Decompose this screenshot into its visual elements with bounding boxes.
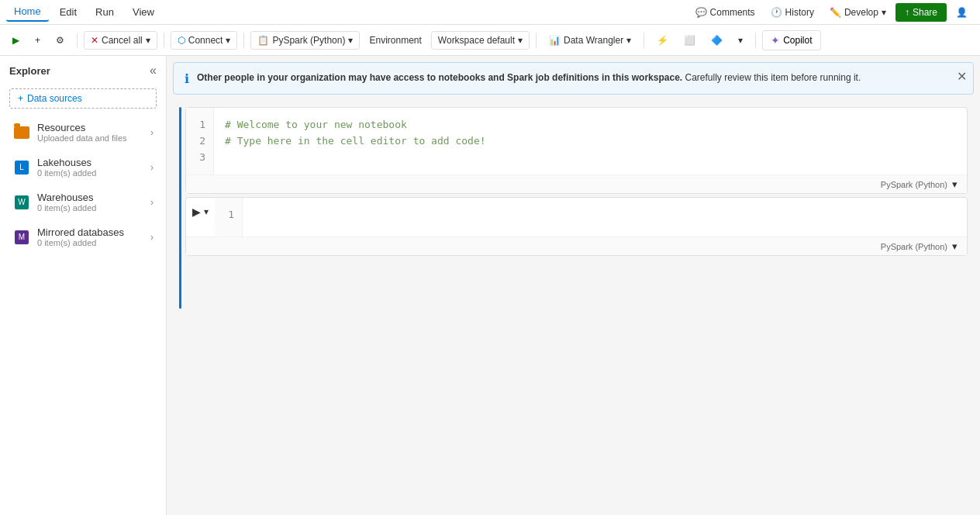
warehouse-icon: W	[12, 193, 31, 212]
sidebar-item-lakehouses[interactable]: L Lakehouses 0 item(s) added ›	[3, 150, 163, 184]
mirrored-icon: M	[12, 228, 31, 247]
data-wrangler-button[interactable]: 📊 Data Wrangler ▾	[543, 32, 637, 49]
code-line-3	[225, 150, 956, 166]
explorer-title: Explorer	[9, 65, 50, 77]
info-text: Other people in your organization may ha…	[197, 71, 962, 85]
menu-run[interactable]: Run	[88, 3, 122, 21]
chevron-down-icon: ▾	[882, 7, 886, 18]
code-line-2: # Type here in the cell editor to add co…	[225, 133, 956, 150]
sidebar-item-resources[interactable]: Resources Uploaded data and files ›	[3, 116, 163, 149]
folder-icon	[12, 123, 31, 142]
develop-button[interactable]: ✏️ Develop ▾	[823, 4, 892, 21]
chevron-right-icon: ›	[150, 197, 154, 208]
warehouses-sublabel: 0 item(s) added	[37, 203, 150, 213]
lakehouse-icon: L	[12, 158, 31, 177]
notebook-area: 1 2 3 # Welcome to your new notebook # T…	[167, 101, 980, 515]
separator-3	[243, 33, 244, 48]
main-layout: Explorer « + Data sources Resources Uplo…	[0, 56, 980, 515]
resources-sublabel: Uploaded data and files	[37, 133, 150, 143]
separator-1	[77, 33, 78, 48]
toolbar: ▶ + ⚙ ✕ Cancel all ▾ ⬡ Connect ▾ 📋 PySpa…	[0, 25, 980, 56]
code-cell-2[interactable]: ▶ ▾ 1 PySpark (Python) ▾	[185, 197, 968, 256]
sidebar-item-warehouses[interactable]: W Warehouses 0 item(s) added ›	[3, 185, 163, 219]
copilot-button[interactable]: ✦ Copilot	[762, 30, 820, 50]
cancel-all-button[interactable]: ✕ Cancel all ▾	[84, 31, 157, 50]
cancel-icon: ✕	[91, 35, 98, 46]
cell-empty-content-2: ▶ ▾ 1	[186, 198, 967, 237]
cell-controls-2: ▶ ▾	[186, 198, 215, 226]
mirrored-sublabel: 0 item(s) added	[37, 238, 150, 247]
sidebar-item-mirrored[interactable]: M Mirrored databases 0 item(s) added ›	[3, 220, 163, 254]
chevron-down-icon: ▾	[738, 35, 743, 46]
info-icon: ℹ	[185, 71, 189, 86]
copilot-icon: ✦	[771, 34, 780, 47]
mirrored-label: Mirrored databases	[37, 226, 150, 238]
lakehouses-label: Lakehouses	[37, 157, 150, 168]
share-button[interactable]: ↑ Share	[895, 3, 947, 22]
chevron-down-icon: ▾	[518, 35, 523, 46]
run-button[interactable]: ▶	[6, 32, 26, 49]
plus-icon: +	[18, 93, 23, 104]
connect-button[interactable]: ⬡ Connect ▾	[171, 31, 238, 50]
data-wrangler-icon: 📊	[549, 35, 561, 46]
line-numbers-1: 1 2 3	[186, 108, 214, 175]
separator-4	[536, 33, 537, 48]
separator-5	[644, 33, 644, 48]
code-line-1: # Welcome to your new notebook	[225, 117, 956, 133]
chevron-down-icon: ▾	[626, 35, 631, 46]
chevron-right-icon: ›	[150, 162, 154, 173]
chevron-right-icon: ›	[150, 127, 154, 138]
cell-footer-2: PySpark (Python) ▾	[186, 237, 967, 255]
chevron-down-icon: ▾	[226, 35, 230, 46]
cell-code-1[interactable]: # Welcome to your new notebook # Type he…	[214, 108, 967, 175]
workspace-dropdown[interactable]: Workspace default ▾	[431, 31, 530, 50]
menu-bar: Home Edit Run View 💬 Comments 🕐 History …	[0, 0, 980, 25]
sidebar-header: Explorer «	[0, 56, 166, 85]
lakehouses-sublabel: 0 item(s) added	[37, 168, 150, 178]
code-cell-1[interactable]: 1 2 3 # Welcome to your new notebook # T…	[185, 107, 968, 194]
separator-6	[755, 33, 756, 48]
info-regular-text: Carefully review this item before runnin…	[685, 72, 861, 83]
toolbar-btn-3[interactable]: 🔷	[705, 32, 729, 49]
cell-lang-2: PySpark (Python)	[881, 242, 947, 251]
chevron-down-icon[interactable]: ▾	[952, 240, 958, 252]
toolbar-btn-1[interactable]: ⚡	[650, 32, 675, 49]
separator-2	[164, 33, 164, 48]
add-icon: +	[35, 35, 40, 46]
expand-cell-button[interactable]: ▾	[204, 206, 209, 217]
cell-lang-1: PySpark (Python)	[881, 180, 947, 189]
add-datasource-button[interactable]: + Data sources	[9, 88, 157, 109]
info-banner: ℹ Other people in your organization may …	[173, 62, 974, 95]
content-area: ℹ Other people in your organization may …	[167, 56, 980, 515]
chevron-down-icon: ▾	[348, 35, 353, 46]
develop-icon: ✏️	[830, 7, 841, 18]
info-close-button[interactable]: ✕	[957, 69, 967, 84]
toolbar-more-button[interactable]: ▾	[732, 32, 749, 49]
info-bold-text: Other people in your organization may ha…	[197, 72, 682, 83]
spark-icon: 📋	[257, 35, 269, 46]
run-icon: ▶	[12, 35, 19, 46]
gear-icon: ⚙	[56, 35, 64, 46]
menu-edit[interactable]: Edit	[52, 3, 85, 21]
sidebar-collapse-button[interactable]: «	[150, 64, 157, 78]
run-cell-button[interactable]: ▶	[192, 206, 201, 218]
environment-button[interactable]: Environment	[363, 32, 427, 49]
comment-icon: 💬	[695, 7, 707, 18]
chevron-right-icon: ›	[150, 232, 154, 243]
connect-icon: ⬡	[178, 35, 185, 46]
menu-home[interactable]: Home	[6, 2, 49, 22]
chevron-down-icon[interactable]: ▾	[952, 178, 958, 190]
history-button[interactable]: 🕐 History	[764, 4, 820, 21]
toolbar-btn-2[interactable]: ⬜	[678, 32, 702, 49]
cell-code-2[interactable]	[243, 198, 967, 237]
sidebar: Explorer « + Data sources Resources Uplo…	[0, 56, 167, 515]
chevron-down-icon: ▾	[146, 35, 150, 46]
user-icon[interactable]: 👤	[950, 4, 974, 21]
share-icon: ↑	[905, 7, 909, 18]
spark-dropdown[interactable]: 📋 PySpark (Python) ▾	[250, 31, 360, 50]
resources-label: Resources	[37, 122, 150, 133]
add-cell-button[interactable]: +	[29, 32, 47, 49]
settings-button[interactable]: ⚙	[50, 32, 71, 49]
comments-button[interactable]: 💬 Comments	[689, 4, 761, 21]
menu-view[interactable]: View	[125, 3, 162, 21]
